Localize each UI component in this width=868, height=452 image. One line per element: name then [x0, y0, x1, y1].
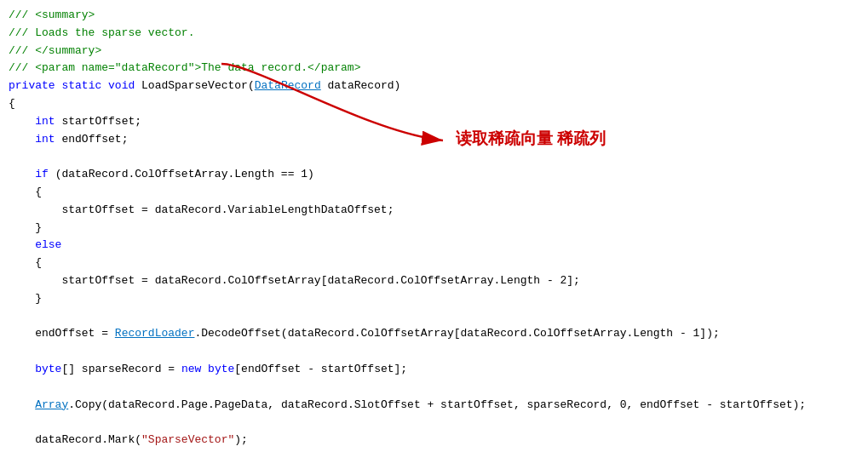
code-line-18 — [9, 308, 859, 326]
code-line-14: else — [9, 237, 859, 255]
code-line-2: /// Loads the sparse vector. — [9, 25, 859, 43]
code-line-13: } — [9, 220, 859, 237]
code-line-25: dataRecord.Mark("SparseVector"); — [9, 432, 859, 449]
code-line-12: startOffset = dataRecord.VariableLengthD… — [9, 202, 859, 220]
code-line-19: endOffset = RecordLoader.DecodeOffset(da… — [9, 325, 859, 343]
code-line-1: /// <summary> — [9, 7, 859, 25]
code-line-21: byte[] sparseRecord = new byte[endOffset… — [9, 361, 859, 379]
code-line-17: } — [9, 290, 859, 308]
annotation-arrow — [153, 47, 511, 192]
code-line-23: Array.Copy(dataRecord.Page.PageData, dat… — [9, 397, 859, 415]
annotation-label: 读取稀疏向量 稀疏列 — [456, 126, 606, 152]
code-line-20 — [9, 343, 859, 361]
code-line-22 — [9, 379, 859, 397]
code-line-15: { — [9, 255, 859, 272]
code-line-24 — [9, 414, 859, 432]
code-line-16: startOffset = dataRecord.ColOffsetArray[… — [9, 272, 859, 290]
code-container: /// <summary> /// Loads the sparse vecto… — [0, 0, 868, 452]
